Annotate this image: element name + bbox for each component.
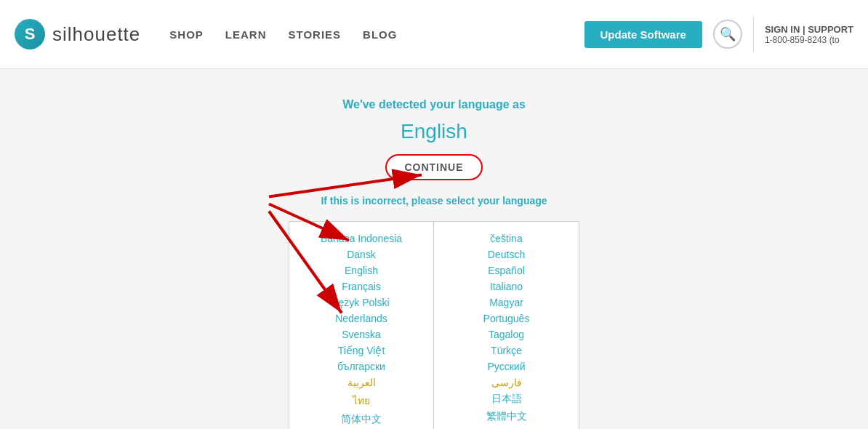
- lang-turkce[interactable]: Türkçe: [491, 345, 522, 356]
- language-grid: Bahasa Indonesia Dansk English Français …: [289, 221, 579, 429]
- select-language-link[interactable]: language: [502, 195, 547, 207]
- lang-magyar[interactable]: Magyar: [489, 297, 523, 308]
- lang-francais[interactable]: Français: [342, 281, 381, 292]
- main-nav: SHOP LEARN STORIES BLOG: [169, 28, 584, 41]
- lang-russian[interactable]: Русский: [488, 361, 526, 372]
- language-col-left: Bahasa Indonesia Dansk English Français …: [289, 222, 434, 429]
- lang-simplified-chinese[interactable]: 简体中文: [341, 413, 382, 426]
- lang-tagalog[interactable]: Tagalog: [489, 329, 524, 340]
- update-software-button[interactable]: Update Software: [584, 21, 702, 48]
- nav-blog[interactable]: BLOG: [363, 28, 397, 41]
- main-content: We've detected your language as English …: [0, 69, 868, 429]
- lang-tieng-viet[interactable]: Tiếng Việt: [338, 345, 385, 356]
- lang-arabic[interactable]: العربية: [347, 377, 376, 388]
- logo-icon: S: [15, 19, 45, 49]
- header: S silhouette SHOP LEARN STORIES BLOG Upd…: [0, 0, 868, 69]
- logo-area: S silhouette: [15, 19, 140, 49]
- lang-bahasa-indonesia[interactable]: Bahasa Indonesia: [321, 233, 402, 244]
- incorrect-message: If this is incorrect, please select your…: [321, 195, 547, 207]
- lang-nederlands[interactable]: Nederlands: [335, 313, 387, 324]
- nav-stories[interactable]: STORIES: [289, 28, 342, 41]
- nav-shop[interactable]: SHOP: [169, 28, 204, 41]
- phone-number: 1-800-859-8243 (to: [765, 35, 853, 45]
- lang-farsi[interactable]: فارسی: [491, 377, 522, 388]
- lang-bulgarian[interactable]: български: [337, 361, 385, 372]
- lang-espanol[interactable]: Español: [488, 265, 525, 276]
- lang-portugues[interactable]: Português: [483, 313, 530, 324]
- lang-thai[interactable]: ไทย: [353, 393, 370, 409]
- header-divider: [753, 16, 754, 52]
- detected-language-value: English: [401, 120, 467, 143]
- lang-jezyk-polski[interactable]: Język Polski: [333, 297, 389, 308]
- lang-svenska[interactable]: Svenska: [342, 329, 381, 340]
- lang-japanese[interactable]: 日本語: [491, 393, 522, 406]
- detected-language-label: We've detected your language as: [342, 98, 526, 111]
- search-icon[interactable]: 🔍: [713, 20, 742, 49]
- nav-learn[interactable]: LEARN: [225, 28, 267, 41]
- lang-dansk[interactable]: Dansk: [347, 249, 376, 260]
- language-col-right: čeština Deutsch Español Italiano Magyar …: [434, 222, 579, 429]
- sign-in-link[interactable]: SIGN IN | SUPPORT: [765, 24, 853, 35]
- lang-deutsch[interactable]: Deutsch: [488, 249, 525, 260]
- lang-italiano[interactable]: Italiano: [490, 281, 523, 292]
- continue-button[interactable]: CONTINUE: [385, 154, 482, 180]
- lang-cestina[interactable]: čeština: [490, 233, 522, 244]
- logo-text: silhouette: [52, 23, 140, 46]
- header-right: Update Software 🔍 SIGN IN | SUPPORT 1-80…: [584, 16, 853, 52]
- lang-english[interactable]: English: [345, 265, 378, 276]
- lang-traditional-chinese[interactable]: 繁體中文: [486, 410, 527, 423]
- sign-in-area: SIGN IN | SUPPORT 1-800-859-8243 (to: [765, 24, 853, 45]
